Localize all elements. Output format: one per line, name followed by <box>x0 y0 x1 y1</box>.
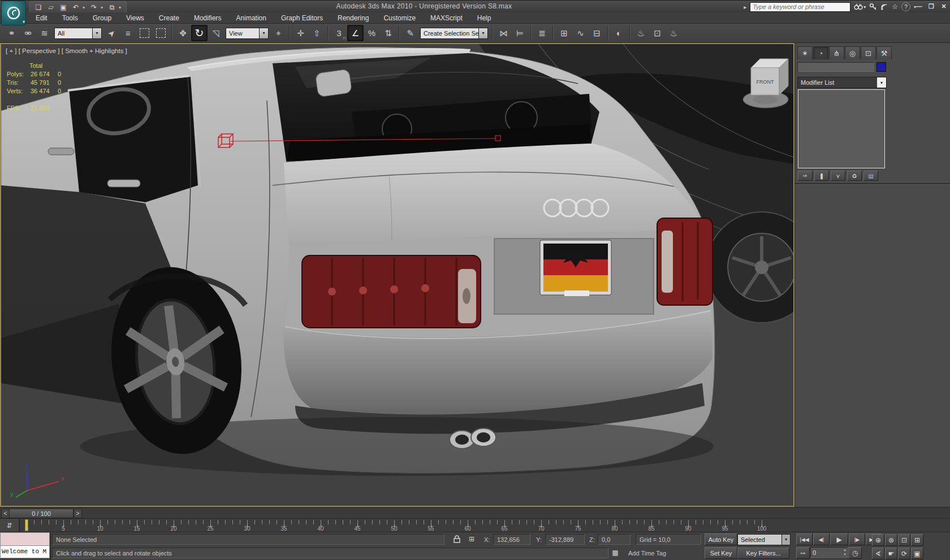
redo-button[interactable]: ↷ <box>88 3 100 12</box>
play-animation-button[interactable]: ▶ <box>830 533 848 545</box>
align-button[interactable]: ⊨ <box>512 25 528 41</box>
menu-item[interactable]: Views <box>119 14 152 22</box>
save-file-button[interactable]: ▣ <box>58 3 69 12</box>
add-time-tag[interactable]: Add Time Tag <box>624 548 701 558</box>
previous-frame-arrow[interactable]: < <box>1 509 10 518</box>
menu-item[interactable]: Customize <box>376 14 423 22</box>
menu-item[interactable]: Help <box>470 14 499 22</box>
select-and-move-button[interactable]: ✥ <box>175 25 191 41</box>
application-menu-button[interactable]: ▾ <box>1 1 26 25</box>
subscription-key-icon[interactable] <box>869 2 877 11</box>
render-production-button[interactable]: ♨ <box>666 25 682 41</box>
configure-modifier-sets-button[interactable]: ▤ <box>863 171 878 181</box>
named-selection-sets-dropdown[interactable]: Create Selection Se ▾ <box>420 28 488 39</box>
use-pivot-point-center-button[interactable]: ⌖ <box>270 25 287 41</box>
set-key-button[interactable]: Set Key <box>705 547 737 559</box>
communication-center-icon[interactable] <box>880 2 888 11</box>
absolute-offset-mode-toggle[interactable]: ⊞ <box>466 534 477 544</box>
z-coordinate-field[interactable]: 0,0 <box>598 534 631 545</box>
favorites-star-icon[interactable]: ☆ <box>892 2 898 11</box>
close-button[interactable]: ✕ <box>940 3 948 10</box>
rectangular-selection-region-button[interactable] <box>136 25 153 41</box>
open-mini-curve-editor-button[interactable]: ⇵ <box>0 519 20 532</box>
window-crossing-toggle-button[interactable] <box>153 25 169 41</box>
select-and-scale-button[interactable]: ◹ <box>208 25 224 41</box>
new-scene-button[interactable]: ❏ <box>33 3 44 12</box>
modifier-stack[interactable] <box>798 89 885 168</box>
mirror-button[interactable]: ⋈ <box>495 25 512 41</box>
menu-item[interactable]: Tools <box>55 14 85 22</box>
tab-display[interactable]: ⊡ <box>861 46 876 59</box>
zoom-extents-button[interactable]: ⊡ <box>898 534 910 546</box>
project-caret-icon[interactable]: ▾ <box>119 5 123 10</box>
selection-filter-dropdown[interactable]: All ▾ <box>54 28 102 39</box>
y-coordinate-field[interactable]: -312,889 <box>545 534 585 545</box>
tab-motion[interactable]: ◎ <box>845 46 860 59</box>
tab-create[interactable]: ✶ <box>797 46 813 59</box>
select-and-link-button[interactable]: ⚭ <box>3 25 20 41</box>
select-and-rotate-button[interactable]: ↻ <box>191 25 208 41</box>
menu-item[interactable]: Create <box>152 14 187 22</box>
snaps-toggle-button[interactable]: 3∩ <box>331 25 347 41</box>
maxscript-mini-listener[interactable]: Welcome to M <box>0 532 51 560</box>
spinner-snap-toggle-button[interactable]: ⇅ <box>380 25 396 41</box>
next-frame-arrow[interactable]: > <box>74 509 82 518</box>
keyboard-shortcut-override-button[interactable]: ⇧ <box>309 25 325 41</box>
open-file-button[interactable]: ▱ <box>45 3 57 12</box>
unlink-selection-button[interactable]: ⚮ <box>20 25 36 41</box>
minimize-button[interactable]: — <box>915 3 923 10</box>
current-frame-field[interactable]: 0 ▲▼ <box>810 547 848 558</box>
project-folder-button[interactable]: ⧉ <box>106 3 118 12</box>
menu-item[interactable]: Graph Editors <box>274 14 330 22</box>
layer-manager-button[interactable]: ≣ <box>534 25 550 41</box>
zoom-extents-all-button[interactable]: ⊞ <box>911 534 923 546</box>
track-bar-ruler[interactable]: 0510152025303540455055606570758085909510… <box>20 519 793 532</box>
menu-item[interactable]: Group <box>85 14 119 22</box>
menu-item[interactable]: Rendering <box>330 14 376 22</box>
orbit-button[interactable]: ⟳ <box>898 548 910 559</box>
show-end-result-button[interactable]: ❚ <box>814 171 829 181</box>
go-to-start-button[interactable]: |◀◀ <box>796 533 813 545</box>
viewport-label[interactable]: [ + ] [ Perspective ] [ Smooth + Highlig… <box>6 47 127 54</box>
tab-hierarchy[interactable]: ⋔ <box>829 46 844 59</box>
reference-coordinate-system-dropdown[interactable]: View ▾ <box>226 28 269 39</box>
percent-snap-toggle-button[interactable]: % <box>364 25 380 41</box>
pin-stack-button[interactable]: ✑ <box>798 171 813 181</box>
zoom-button[interactable]: ⊕ <box>872 534 884 546</box>
material-editor-button[interactable]: ◐ <box>611 25 627 41</box>
help-icon[interactable]: ? <box>901 2 910 11</box>
render-setup-button[interactable]: ♨ <box>633 25 649 41</box>
x-coordinate-field[interactable]: 132,656 <box>493 534 530 545</box>
angle-snap-toggle-button[interactable]: ∠ <box>347 25 364 41</box>
selected-filter-dropdown[interactable]: Selected ▾ <box>737 534 791 545</box>
isolate-cube-icon[interactable]: ▦ <box>610 548 621 558</box>
rendered-frame-window-button[interactable]: ⊡ <box>649 25 666 41</box>
menu-item[interactable]: Animation <box>229 14 274 22</box>
object-name-field[interactable] <box>797 62 874 72</box>
time-configuration-button[interactable]: ◷ <box>848 547 862 559</box>
modifier-list-dropdown[interactable]: Modifier List ▾ <box>797 77 887 88</box>
fov-button[interactable]: ∢ <box>872 548 884 559</box>
listener-script-line[interactable]: Welcome to M <box>0 546 50 558</box>
menu-item[interactable]: Edit <box>28 14 55 22</box>
infocenter-collapse-icon[interactable]: ▸ <box>744 4 746 10</box>
key-filters-button[interactable]: Key Filters... <box>737 548 789 559</box>
search-binoculars-icon[interactable]: ▾ <box>854 2 866 11</box>
auto-key-button[interactable]: Auto Key <box>705 533 737 545</box>
search-input[interactable] <box>750 2 850 12</box>
undo-button[interactable]: ↶ <box>70 3 81 12</box>
frame-spinner[interactable]: ▲▼ <box>843 548 847 557</box>
next-frame-button[interactable]: |▶ <box>849 533 865 545</box>
undo-caret-icon[interactable]: ▾ <box>83 5 87 10</box>
make-unique-button[interactable]: ⋎ <box>831 171 845 181</box>
schematic-view-button[interactable]: ⊟ <box>589 25 605 41</box>
object-color-swatch[interactable] <box>876 62 886 72</box>
listener-macro-line[interactable] <box>0 532 50 546</box>
tab-utilities[interactable]: ⚒ <box>876 46 892 59</box>
time-slider-handle[interactable]: 0 / 100 <box>9 509 74 518</box>
curve-editor-button[interactable]: ∿ <box>572 25 589 41</box>
tab-modify[interactable]: ◔ <box>813 46 828 59</box>
previous-frame-button[interactable]: ◀| <box>813 533 830 545</box>
graphite-modeling-tools-button[interactable]: ⊞ <box>556 25 572 41</box>
select-object-button[interactable]: ➤ <box>103 25 120 41</box>
